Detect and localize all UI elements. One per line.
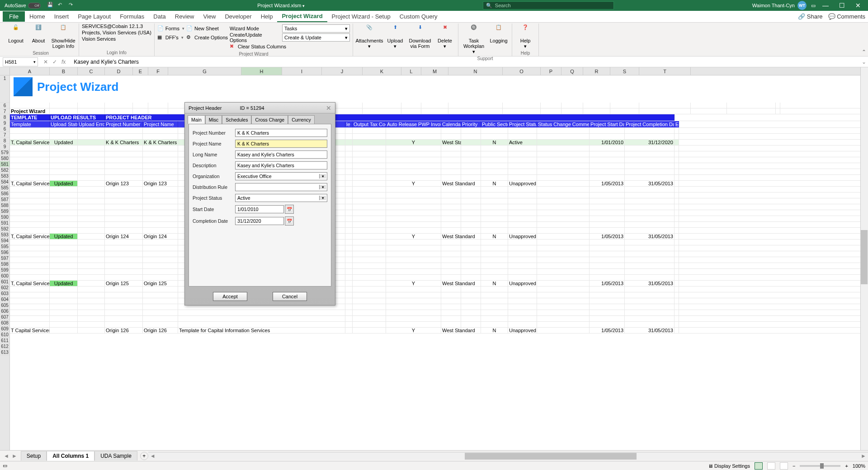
- download-button[interactable]: ⬇Download via Form: [407, 24, 433, 50]
- tab-project-wizard-setup[interactable]: Project Wizard - Setup: [327, 11, 395, 22]
- zoom-in-button[interactable]: +: [845, 463, 848, 469]
- col-header[interactable]: G: [168, 67, 241, 75]
- forms-dropdown[interactable]: 📄Forms▾: [157, 24, 184, 33]
- name-box[interactable]: H581▾: [3, 57, 38, 66]
- search-input[interactable]: 🔍 Search: [483, 1, 614, 9]
- clear-status-button[interactable]: ✖Clear Status Columns: [230, 42, 350, 51]
- col-header[interactable]: B: [50, 67, 78, 75]
- about-button[interactable]: ℹ️About: [28, 24, 49, 44]
- fx-icon[interactable]: fx: [61, 59, 66, 65]
- ribbon-display-options-icon[interactable]: ▭: [809, 3, 817, 9]
- col-header[interactable]: D: [105, 67, 133, 75]
- col-header[interactable]: I: [282, 67, 322, 75]
- normal-view-button[interactable]: [755, 462, 763, 470]
- col-header[interactable]: L: [401, 67, 421, 75]
- expand-formula-icon[interactable]: ⌄: [860, 59, 868, 65]
- dffs-dropdown[interactable]: ▦DFF's▾: [157, 33, 184, 42]
- user-account[interactable]: Waimon Thant-Cyn WT: [750, 1, 809, 10]
- col-header[interactable]: N: [448, 67, 503, 75]
- sheet-tab-all-columns[interactable]: All Columns 1: [47, 451, 94, 461]
- tab-home[interactable]: Home: [25, 11, 50, 22]
- col-header[interactable]: T: [639, 67, 691, 75]
- select-all-corner[interactable]: [0, 67, 10, 75]
- dialog-tab-misc[interactable]: Misc: [205, 115, 222, 124]
- cancel-formula-icon[interactable]: ✕: [43, 59, 48, 65]
- maximize-button[interactable]: ☐: [834, 0, 850, 11]
- vertical-scrollbar[interactable]: [860, 67, 868, 450]
- col-header[interactable]: J: [322, 67, 363, 75]
- cells-area[interactable]: Project WizardProject WizardTEMPLATEUPLO…: [10, 75, 868, 450]
- help-button[interactable]: ❓Help▾: [515, 24, 536, 50]
- col-header[interactable]: E: [133, 67, 148, 75]
- col-header[interactable]: F: [148, 67, 168, 75]
- dialog-tab-cross-charge[interactable]: Cross Charge: [251, 115, 288, 124]
- start-date-input[interactable]: [235, 205, 284, 213]
- upload-button[interactable]: ⬆Upload▾: [385, 24, 406, 50]
- close-button[interactable]: ✕: [850, 0, 866, 11]
- collapse-ribbon-icon[interactable]: ⌃: [862, 49, 866, 55]
- organization-combo[interactable]: Executive Office: [235, 172, 327, 180]
- zoom-level[interactable]: 100%: [853, 463, 865, 469]
- col-header[interactable]: K: [363, 67, 401, 75]
- comments-button[interactable]: 💬 Comments: [828, 13, 865, 20]
- autosave-control[interactable]: AutoSave Off: [2, 3, 43, 9]
- record-macro-icon[interactable]: ▭: [3, 463, 7, 469]
- cancel-button[interactable]: Cancel: [273, 292, 307, 301]
- create-options-button[interactable]: ⚙Create Options: [186, 33, 228, 42]
- showhide-login-button[interactable]: 📋Show/Hide Login Info: [51, 24, 76, 50]
- tab-page-layout[interactable]: Page Layout: [73, 11, 115, 22]
- formula-input[interactable]: Kasey and Kylie's Charters: [71, 59, 860, 65]
- dialog-tab-schedules[interactable]: Schedules: [222, 115, 251, 124]
- dialog-tab-main[interactable]: Main: [188, 115, 205, 124]
- tab-file[interactable]: File: [3, 11, 25, 22]
- share-button[interactable]: 🔗 Share: [798, 13, 822, 20]
- tab-data[interactable]: Data: [149, 11, 170, 22]
- dialog-title-bar[interactable]: Project Header ID = 51294 ✕: [185, 103, 335, 113]
- col-header[interactable]: M: [421, 67, 448, 75]
- col-header[interactable]: C: [78, 67, 105, 75]
- autosave-toggle[interactable]: Off: [28, 3, 41, 9]
- tab-formulas[interactable]: Formulas: [115, 11, 149, 22]
- new-sheet-button[interactable]: 📄New Sheet: [186, 24, 228, 33]
- logout-button[interactable]: 🔓Logout: [5, 24, 26, 44]
- dialog-close-button[interactable]: ✕: [326, 104, 331, 112]
- col-header[interactable]: Q: [561, 67, 583, 75]
- tab-view[interactable]: View: [198, 11, 220, 22]
- redo-icon[interactable]: ↷: [69, 2, 76, 9]
- display-settings-button[interactable]: 🖥 Display Settings: [708, 463, 750, 469]
- col-header[interactable]: H: [241, 67, 282, 75]
- accept-button[interactable]: Accept: [213, 292, 247, 301]
- task-workplan-button[interactable]: 🔘Task Workplan▾: [461, 24, 486, 55]
- col-header[interactable]: O: [503, 67, 541, 75]
- project-number-input[interactable]: [235, 129, 327, 137]
- logging-button[interactable]: 📋Logging: [488, 24, 509, 44]
- tab-help[interactable]: Help: [256, 11, 278, 22]
- enter-formula-icon[interactable]: ✓: [52, 59, 57, 65]
- dialog-tab-currency[interactable]: Currency: [288, 115, 315, 124]
- page-break-view-button[interactable]: [780, 462, 788, 470]
- completion-date-input[interactable]: [235, 217, 284, 225]
- zoom-slider[interactable]: [800, 465, 840, 467]
- tab-developer[interactable]: Developer: [220, 11, 256, 22]
- distribution-rule-combo[interactable]: [235, 183, 327, 191]
- tab-nav[interactable]: ◄ ►: [0, 453, 21, 459]
- undo-icon[interactable]: ↶: [58, 2, 65, 9]
- prev-sheet-icon[interactable]: ◄: [4, 453, 9, 459]
- add-sheet-button[interactable]: +: [140, 452, 148, 460]
- save-icon[interactable]: 💾: [47, 2, 54, 9]
- tab-review[interactable]: Review: [170, 11, 199, 22]
- col-header[interactable]: P: [541, 67, 561, 75]
- zoom-out-button[interactable]: −: [793, 463, 795, 469]
- sheet-tab-setup[interactable]: Setup: [21, 451, 47, 461]
- page-layout-view-button[interactable]: [767, 462, 775, 470]
- next-sheet-icon[interactable]: ►: [12, 453, 17, 459]
- wizard-mode-combo[interactable]: Tasks▾: [282, 24, 350, 33]
- col-header[interactable]: A: [10, 67, 50, 75]
- completion-date-picker-icon[interactable]: 📅: [285, 216, 294, 226]
- col-header[interactable]: R: [583, 67, 610, 75]
- start-date-picker-icon[interactable]: 📅: [285, 205, 294, 214]
- long-name-input[interactable]: [235, 150, 327, 159]
- col-header[interactable]: S: [610, 67, 639, 75]
- description-input[interactable]: [235, 161, 327, 169]
- sheet-tab-uda[interactable]: UDA Sample: [94, 451, 137, 461]
